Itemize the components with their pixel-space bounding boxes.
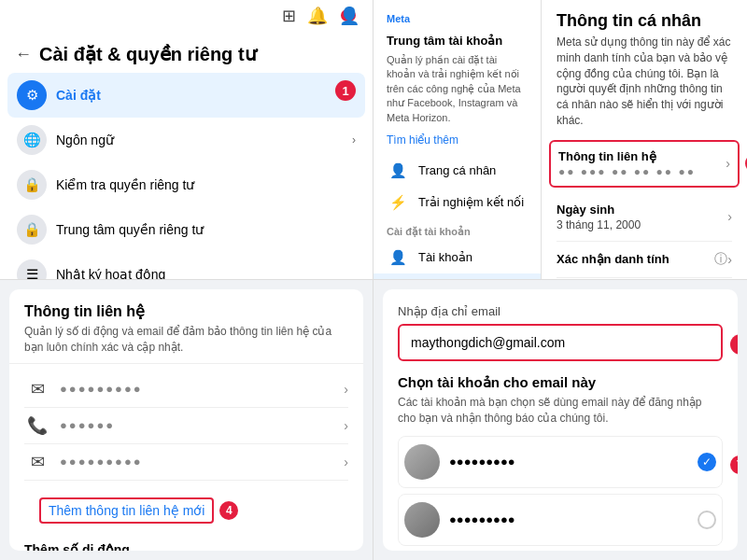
email2-value: ●●●●●●●●●	[60, 455, 334, 469]
privacy-center-icon: 🔒	[17, 215, 47, 245]
account1-avatar-img	[404, 444, 440, 480]
contact-row-email1[interactable]: ✉ ●●●●●●●●● ›	[24, 371, 348, 408]
personal-info-items: Thông tin liên hệ ●● ●●● ●● ●● ●● ●● › 3…	[542, 140, 747, 279]
step-6-badge: 6	[730, 334, 738, 355]
account2-name: ●●●●●●●●●	[449, 512, 688, 526]
language-icon: 🌐	[17, 125, 47, 155]
choose-account-title: Chọn tài khoản cho email này	[398, 374, 723, 391]
contact-info-header: Thông tin liên hệ Quản lý số di động và …	[9, 289, 363, 364]
nav-account[interactable]: 👤 Tài khoản	[374, 242, 541, 273]
email-input-wrapper: maythongdich@gmail.com 6	[398, 324, 723, 365]
nav-personal-info[interactable]: 📋 Thông tin cá nhân 2	[374, 273, 541, 279]
personal-info-desc: Meta sử dụng thông tin này để xác minh d…	[557, 35, 732, 129]
menu-item-settings[interactable]: ⚙ Cài đặt 1	[7, 73, 365, 118]
language-label: Ngôn ngữ	[56, 133, 114, 147]
contact-row-phone[interactable]: 📞 ●●●●●● ›	[24, 408, 348, 444]
info-circle-icon: ⓘ	[714, 251, 727, 268]
contact-info-content: Thông tin liên hệ ●● ●●● ●● ●● ●● ●●	[558, 149, 726, 178]
back-arrow-icon[interactable]: ←	[15, 45, 32, 64]
email-input-field[interactable]: maythongdich@gmail.com	[398, 324, 723, 361]
step-1-badge: 1	[335, 80, 356, 101]
account1-name: ●●●●●●●●●	[449, 455, 688, 469]
account1-wrapper: ●●●●●●●●● 7	[398, 436, 723, 494]
menu-item-language[interactable]: 🌐 Ngôn ngữ ›	[7, 118, 365, 162]
nav-profile-label: Trang cá nhân	[418, 163, 496, 177]
nav-account-label: Tài khoản	[418, 250, 472, 264]
identity-content: Xác nhận danh tính	[557, 252, 714, 266]
menu-item-privacy-check[interactable]: 🔒 Kiểm tra quyền riêng tư	[7, 162, 365, 207]
contact-info-title: Thông tin liên hệ	[24, 302, 348, 320]
profile-icon[interactable]: 👤	[339, 6, 359, 26]
personal-info-panel: Meta Trung tâm tài khoản Quản lý phần cà…	[374, 0, 747, 280]
privacy-check-label: Kiểm tra quyền riêng tư	[56, 177, 194, 192]
connected-icon: ⚡	[387, 194, 409, 211]
email-entry-container: Nhập địa chỉ email maythongdich@gmail.co…	[383, 289, 738, 551]
birthday-label: Ngày sinh	[557, 203, 727, 217]
account2-avatar	[404, 502, 440, 538]
meta-logo: Meta	[387, 13, 410, 24]
account-item-1[interactable]: ●●●●●●●●●	[398, 436, 723, 488]
settings-header: ← Cài đặt & quyền riêng tư	[0, 32, 373, 73]
choose-account-desc: Các tài khoản mà bạn chọn sẽ dùng email …	[398, 395, 723, 427]
learn-more-link[interactable]: Tìm hiểu thêm	[387, 133, 458, 147]
menu-item-activity-log[interactable]: ☰ Nhật ký hoạt động	[7, 252, 365, 280]
phone-icon: 📞	[24, 415, 50, 436]
account2-radio[interactable]	[698, 511, 716, 529]
email2-icon: ✉	[24, 452, 50, 472]
email1-icon: ✉	[24, 379, 50, 399]
account2-avatar-img	[404, 502, 440, 538]
nav-connected[interactable]: ⚡ Trải nghiệm kết nối	[374, 187, 541, 218]
contact-info-desc: Quản lý số di động và email để đảm bảo t…	[24, 324, 348, 356]
personal-info-title: Thông tin cá nhân	[557, 11, 732, 31]
phone-arrow: ›	[344, 418, 348, 433]
settings-panel: ⊞ 🔔 4 👤 ← Cài đặt & quyền riêng tư ⚙ Cài…	[0, 0, 374, 280]
contact-info-panel: Thông tin liên hệ Quản lý số di động và …	[0, 280, 374, 560]
settings-label: Cài đặt	[56, 88, 101, 103]
add-new-contact-wrapper: Thêm thông tin liên hệ mới 4	[24, 492, 348, 529]
account-nav-icon: 👤	[387, 249, 409, 266]
settings-title: Cài đặt & quyền riêng tư	[39, 43, 257, 65]
add-new-contact-link[interactable]: Thêm thông tin liên hệ mới 4	[39, 497, 214, 524]
top-icon-bar: ⊞ 🔔 4 👤	[0, 0, 373, 32]
email-entry-panel: Nhập địa chỉ email maythongdich@gmail.co…	[374, 280, 747, 560]
add-new-contact-label: Thêm thông tin liên hệ mới	[49, 503, 204, 518]
contact-rows: ✉ ●●●●●●●●● › 📞 ●●●●●● › ✉ ●●●●●●●●● ›	[9, 364, 363, 488]
personal-info-section-header: Thông tin cá nhân Meta sử dụng thông tin…	[542, 0, 747, 134]
account1-radio[interactable]	[698, 453, 716, 471]
email1-arrow: ›	[344, 382, 348, 397]
phone-value: ●●●●●●	[60, 418, 334, 432]
contact-info-label: Thông tin liên hệ	[558, 149, 726, 163]
account-settings-header: Cài đặt tài khoản	[374, 218, 541, 242]
chevron-right-icon: ›	[352, 133, 356, 147]
nav-connected-label: Trải nghiệm kết nối	[418, 195, 524, 209]
account-item-2[interactable]: ●●●●●●●●●	[398, 494, 723, 546]
account-center-desc: Quản lý phần cài đặt tài khoản và trải n…	[374, 53, 541, 131]
contact-row-email2[interactable]: ✉ ●●●●●●●●● ›	[24, 444, 348, 481]
menu-item-privacy-center[interactable]: 🔒 Trung tâm quyền riêng tư	[7, 207, 365, 252]
contact-info-value: ●● ●●● ●● ●● ●● ●●	[558, 165, 726, 178]
birthday-value: 3 tháng 11, 2000	[557, 218, 727, 231]
step-4-badge: 4	[219, 501, 238, 520]
grid-icon[interactable]: ⊞	[282, 6, 296, 26]
contact-info-item[interactable]: Thông tin liên hệ ●● ●●● ●● ●● ●● ●● › 3	[549, 140, 740, 188]
identity-item[interactable]: Xác nhận danh tính ⓘ ›	[557, 242, 732, 278]
activity-log-label: Nhật ký hoạt động	[56, 267, 165, 280]
contact-arrow-icon: ›	[726, 156, 730, 171]
account-center-nav: Meta Trung tâm tài khoản Quản lý phần cà…	[374, 0, 542, 279]
email-input-value: maythongdich@gmail.com	[411, 335, 565, 350]
birthday-arrow-icon: ›	[727, 209, 732, 224]
settings-menu: ⚙ Cài đặt 1 🌐 Ngôn ngữ › 🔒 Kiểm tra quyề…	[0, 73, 373, 280]
step-7-badge: 7	[730, 455, 738, 474]
ownership-item[interactable]: Quyền sở hữu và kiểm soát tài khoản Quản…	[557, 278, 732, 279]
activity-log-icon: ☰	[17, 259, 47, 280]
nav-profile[interactable]: 👤 Trang cá nhân	[374, 155, 541, 187]
settings-icon: ⚙	[17, 80, 47, 110]
email-input-label: Nhập địa chỉ email	[398, 304, 723, 318]
identity-label: Xác nhận danh tính	[557, 252, 714, 266]
mobile-section-label: Thêm số di động	[9, 533, 363, 551]
birthday-item[interactable]: Ngày sinh 3 tháng 11, 2000 ›	[557, 193, 732, 242]
contact-info-container: Thông tin liên hệ Quản lý số di động và …	[9, 289, 363, 551]
account1-avatar	[404, 444, 440, 480]
notification-icon[interactable]: 🔔 4	[307, 6, 328, 26]
privacy-center-label: Trung tâm quyền riêng tư	[56, 222, 204, 237]
